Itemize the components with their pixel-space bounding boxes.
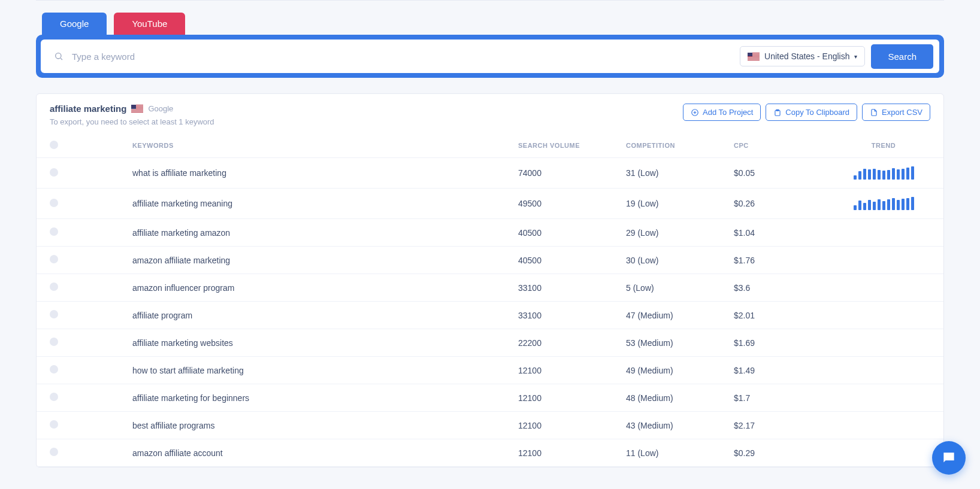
col-keywords[interactable]: Keywords [72, 133, 512, 158]
file-icon [870, 108, 878, 117]
row-checkbox[interactable] [50, 448, 58, 456]
cell-competition: 31 (Low) [620, 158, 728, 189]
cell-cpc: $1.7 [728, 384, 824, 412]
search-icon [54, 51, 63, 61]
cell-competition: 43 (Medium) [620, 412, 728, 439]
table-row: affiliate marketing meaning4950019 (Low)… [37, 189, 943, 219]
cell-cpc: $1.69 [728, 329, 824, 357]
cell-trend [824, 274, 943, 302]
cell-trend [824, 439, 943, 467]
cell-keyword[interactable]: affiliate program [72, 302, 512, 329]
row-checkbox[interactable] [50, 310, 58, 318]
table-row: affiliate program3310047 (Medium)$2.01 [37, 302, 943, 329]
locale-label: United States - English [764, 51, 849, 61]
table-row: how to start affiliate marketing1210049 … [37, 357, 943, 384]
cell-volume: 49500 [512, 189, 620, 219]
keyword-input[interactable] [72, 51, 740, 62]
cell-trend [824, 219, 943, 247]
row-checkbox[interactable] [50, 199, 58, 207]
tab-youtube[interactable]: YouTube [114, 13, 185, 35]
svg-line-1 [61, 58, 62, 60]
cell-keyword[interactable]: what is affiliate marketing [72, 158, 512, 189]
cell-keyword[interactable]: affiliate marketing websites [72, 329, 512, 357]
select-all-checkbox[interactable] [50, 141, 58, 149]
cell-volume: 22200 [512, 329, 620, 357]
chevron-down-icon: ▾ [854, 53, 857, 60]
cell-trend [824, 158, 943, 189]
search-bar: United States - English ▾ Search [36, 35, 944, 78]
copy-to-clipboard-button[interactable]: Copy To Clipboard [766, 104, 857, 121]
cell-competition: 47 (Medium) [620, 302, 728, 329]
cell-trend [824, 357, 943, 384]
row-checkbox[interactable] [50, 168, 58, 177]
col-volume[interactable]: Search Volume [512, 133, 620, 158]
trend-sparkline [830, 166, 937, 180]
table-row: amazon affiliate account1210011 (Low)$0.… [37, 439, 943, 467]
table-row: amazon influencer program331005 (Low)$3.… [37, 274, 943, 302]
table-row: what is affiliate marketing7400031 (Low)… [37, 158, 943, 189]
row-checkbox[interactable] [50, 338, 58, 346]
cell-cpc: $0.05 [728, 158, 824, 189]
chat-icon [941, 450, 957, 466]
export-csv-button[interactable]: Export CSV [862, 104, 930, 121]
results-source: Google [148, 104, 173, 113]
cell-competition: 49 (Medium) [620, 357, 728, 384]
cell-volume: 33100 [512, 274, 620, 302]
row-checkbox[interactable] [50, 283, 58, 291]
results-query: affiliate marketing [50, 104, 126, 114]
locale-select[interactable]: United States - English ▾ [740, 46, 865, 66]
cell-keyword[interactable]: how to start affiliate marketing [72, 357, 512, 384]
cell-competition: 11 (Low) [620, 439, 728, 467]
keywords-table: Keywords Search Volume Competition CPC T… [37, 133, 943, 467]
cell-volume: 40500 [512, 247, 620, 274]
col-cpc[interactable]: CPC [728, 133, 824, 158]
cell-keyword[interactable]: best affiliate programs [72, 412, 512, 439]
cell-volume: 12100 [512, 439, 620, 467]
tab-google[interactable]: Google [42, 13, 107, 35]
cell-keyword[interactable]: affiliate marketing meaning [72, 189, 512, 219]
cell-keyword[interactable]: affiliate marketing amazon [72, 219, 512, 247]
plus-circle-icon [691, 108, 699, 117]
row-checkbox[interactable] [50, 393, 58, 401]
cell-trend [824, 189, 943, 219]
us-flag-icon [748, 53, 760, 60]
row-checkbox[interactable] [50, 420, 58, 429]
cell-cpc: $1.04 [728, 219, 824, 247]
cell-competition: 29 (Low) [620, 219, 728, 247]
cell-cpc: $1.49 [728, 357, 824, 384]
results-panel: affiliate marketing Google To export, yo… [36, 93, 944, 467]
cell-keyword[interactable]: amazon affiliate marketing [72, 247, 512, 274]
cell-volume: 12100 [512, 412, 620, 439]
row-checkbox[interactable] [50, 255, 58, 263]
table-row: affiliate marketing for beginners1210048… [37, 384, 943, 412]
table-row: affiliate marketing amazon4050029 (Low)$… [37, 219, 943, 247]
export-note: To export, you need to select at least 1… [50, 117, 214, 126]
table-row: best affiliate programs1210043 (Medium)$… [37, 412, 943, 439]
cell-trend [824, 302, 943, 329]
table-row: affiliate marketing websites2220053 (Med… [37, 329, 943, 357]
row-checkbox[interactable] [50, 227, 58, 236]
cell-keyword[interactable]: amazon affiliate account [72, 439, 512, 467]
us-flag-icon [131, 105, 143, 113]
col-competition[interactable]: Competition [620, 133, 728, 158]
row-checkbox[interactable] [50, 365, 58, 373]
cell-keyword[interactable]: affiliate marketing for beginners [72, 384, 512, 412]
cell-trend [824, 412, 943, 439]
cell-cpc: $2.17 [728, 412, 824, 439]
cell-trend [824, 247, 943, 274]
add-to-project-button[interactable]: Add To Project [683, 104, 761, 121]
col-trend[interactable]: Trend [824, 133, 943, 158]
cell-volume: 12100 [512, 384, 620, 412]
table-row: amazon affiliate marketing4050030 (Low)$… [37, 247, 943, 274]
cell-competition: 48 (Medium) [620, 384, 728, 412]
search-button[interactable]: Search [871, 44, 933, 69]
cell-competition: 30 (Low) [620, 247, 728, 274]
cell-volume: 33100 [512, 302, 620, 329]
cell-cpc: $1.76 [728, 247, 824, 274]
cell-keyword[interactable]: amazon influencer program [72, 274, 512, 302]
cell-volume: 74000 [512, 158, 620, 189]
source-tabs: Google YouTube [42, 13, 944, 35]
chat-button[interactable] [932, 441, 966, 467]
cell-competition: 53 (Medium) [620, 329, 728, 357]
cell-trend [824, 329, 943, 357]
